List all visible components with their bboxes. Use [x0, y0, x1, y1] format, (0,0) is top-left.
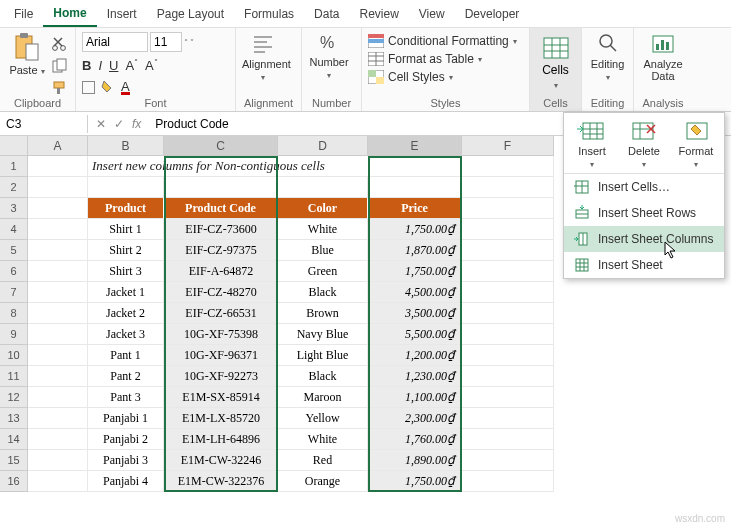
- font-size-down-icon[interactable]: ˅: [190, 38, 194, 47]
- header-product[interactable]: Product: [88, 198, 164, 219]
- cell[interactable]: [164, 177, 278, 198]
- insert-sheet-menuitem[interactable]: Insert Sheet: [564, 252, 724, 278]
- cell-color[interactable]: Maroon: [278, 387, 368, 408]
- cell[interactable]: [462, 366, 554, 387]
- cell[interactable]: [28, 303, 88, 324]
- font-name-combo[interactable]: [82, 32, 148, 52]
- cell-price[interactable]: 4,500.00₫: [368, 282, 462, 303]
- grow-font-button[interactable]: A˄: [125, 58, 138, 73]
- cell[interactable]: [28, 387, 88, 408]
- cell[interactable]: [462, 261, 554, 282]
- cell-color[interactable]: Green: [278, 261, 368, 282]
- cell-product[interactable]: Panjabi 4: [88, 471, 164, 492]
- cell[interactable]: [28, 156, 88, 177]
- cell-product-code[interactable]: E1M-LH-64896: [164, 429, 278, 450]
- format-split-button[interactable]: Format▾: [674, 119, 718, 169]
- insert-cells-menuitem[interactable]: Insert Cells…: [564, 174, 724, 200]
- insert-split-button[interactable]: Insert▾: [570, 119, 614, 169]
- cell[interactable]: [462, 324, 554, 345]
- row-header[interactable]: 5: [0, 240, 28, 261]
- cell[interactable]: [28, 198, 88, 219]
- cell[interactable]: [28, 219, 88, 240]
- cell-product[interactable]: Jacket 2: [88, 303, 164, 324]
- cell[interactable]: [462, 156, 554, 177]
- cell[interactable]: [368, 177, 462, 198]
- conditional-formatting-button[interactable]: Conditional Formatting▾: [368, 34, 517, 48]
- font-color-button[interactable]: A: [121, 81, 130, 95]
- cell-product[interactable]: Pant 2: [88, 366, 164, 387]
- cell-product-code[interactable]: E1M-LX-85720: [164, 408, 278, 429]
- col-header-c[interactable]: C: [164, 136, 278, 156]
- enter-formula-icon[interactable]: ✓: [114, 117, 124, 131]
- fx-icon[interactable]: fx: [132, 117, 141, 131]
- row-header[interactable]: 13: [0, 408, 28, 429]
- insert-sheet-rows-menuitem[interactable]: Insert Sheet Rows: [564, 200, 724, 226]
- row-header[interactable]: 4: [0, 219, 28, 240]
- row-header[interactable]: 6: [0, 261, 28, 282]
- cell[interactable]: [462, 198, 554, 219]
- cell[interactable]: [462, 450, 554, 471]
- cell-color[interactable]: Black: [278, 366, 368, 387]
- menu-developer[interactable]: Developer: [455, 2, 530, 26]
- cell-color[interactable]: Red: [278, 450, 368, 471]
- cell-product[interactable]: Panjabi 1: [88, 408, 164, 429]
- cell-styles-button[interactable]: Cell Styles▾: [368, 70, 517, 84]
- row-header[interactable]: 12: [0, 387, 28, 408]
- cell[interactable]: [462, 345, 554, 366]
- cell-color[interactable]: Navy Blue: [278, 324, 368, 345]
- cell-price[interactable]: 1,750.00₫: [368, 219, 462, 240]
- col-header-d[interactable]: D: [278, 136, 368, 156]
- cell[interactable]: [462, 303, 554, 324]
- borders-button[interactable]: [82, 81, 95, 94]
- cell-product-code[interactable]: EIF-CZ-73600: [164, 219, 278, 240]
- copy-icon[interactable]: [52, 58, 68, 74]
- paste-button[interactable]: Paste ▾: [6, 32, 48, 76]
- title-cell[interactable]: Insert new columns for Non-contiguous ce…: [88, 156, 462, 177]
- format-painter-icon[interactable]: [52, 80, 68, 96]
- cell-color[interactable]: Black: [278, 282, 368, 303]
- cell-product[interactable]: Panjabi 3: [88, 450, 164, 471]
- header-color[interactable]: Color: [278, 198, 368, 219]
- cells-button[interactable]: Cells▾: [536, 32, 575, 91]
- cell-price[interactable]: 1,750.00₫: [368, 261, 462, 282]
- cell-price[interactable]: 1,890.00₫: [368, 450, 462, 471]
- menu-view[interactable]: View: [409, 2, 455, 26]
- header-price[interactable]: Price: [368, 198, 462, 219]
- cell[interactable]: [462, 387, 554, 408]
- cell[interactable]: [462, 219, 554, 240]
- cell-product-code[interactable]: E1M-CW-32246: [164, 450, 278, 471]
- col-header-a[interactable]: A: [28, 136, 88, 156]
- cell[interactable]: [278, 177, 368, 198]
- col-header-f[interactable]: F: [462, 136, 554, 156]
- cell-color[interactable]: Yellow: [278, 408, 368, 429]
- cell[interactable]: [28, 240, 88, 261]
- row-header[interactable]: 16: [0, 471, 28, 492]
- shrink-font-button[interactable]: A˅: [145, 58, 158, 73]
- cell-product-code[interactable]: EIF-CZ-66531: [164, 303, 278, 324]
- cell[interactable]: [28, 177, 88, 198]
- row-header[interactable]: 14: [0, 429, 28, 450]
- cell[interactable]: [28, 408, 88, 429]
- cell-product[interactable]: Shirt 2: [88, 240, 164, 261]
- cell[interactable]: [28, 345, 88, 366]
- cell-price[interactable]: 1,750.00₫: [368, 471, 462, 492]
- name-box[interactable]: C3: [0, 115, 88, 133]
- cell[interactable]: [462, 240, 554, 261]
- cell[interactable]: [462, 471, 554, 492]
- delete-split-button[interactable]: Delete▾: [622, 119, 666, 169]
- row-header[interactable]: 8: [0, 303, 28, 324]
- row-header[interactable]: 2: [0, 177, 28, 198]
- col-header-e[interactable]: E: [368, 136, 462, 156]
- row-header[interactable]: 10: [0, 345, 28, 366]
- cell-price[interactable]: 3,500.00₫: [368, 303, 462, 324]
- cell-price[interactable]: 2,300.00₫: [368, 408, 462, 429]
- menu-review[interactable]: Review: [349, 2, 408, 26]
- cell[interactable]: [28, 282, 88, 303]
- cell-product-code[interactable]: EIF-CZ-48270: [164, 282, 278, 303]
- font-size-up-icon[interactable]: ˄: [184, 38, 188, 47]
- cell-color[interactable]: Blue: [278, 240, 368, 261]
- cell-color[interactable]: Brown: [278, 303, 368, 324]
- editing-button[interactable]: Editing▾: [588, 32, 627, 82]
- cell[interactable]: [28, 261, 88, 282]
- cell-product[interactable]: Panjabi 2: [88, 429, 164, 450]
